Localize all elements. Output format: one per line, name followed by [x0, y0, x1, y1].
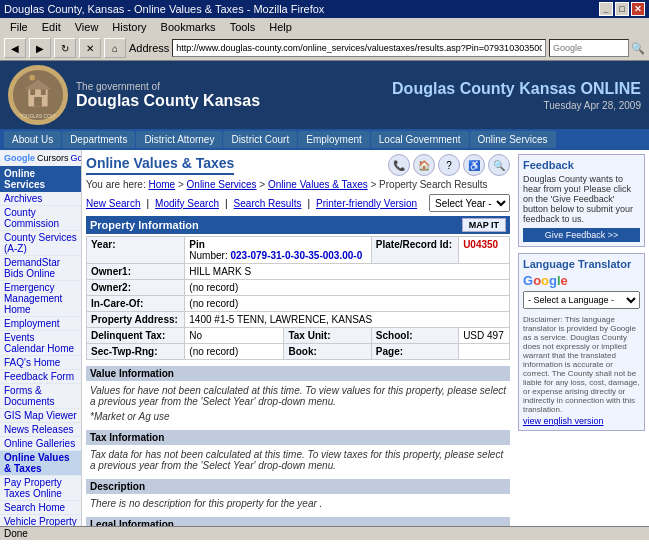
sidebar-item-online-values[interactable]: Online Values & Taxes: [0, 451, 81, 476]
view-english-link[interactable]: view english version: [523, 416, 604, 426]
language-select[interactable]: - Select a Language -: [523, 291, 640, 309]
property-info-title: Property Information: [90, 219, 199, 231]
reload-button[interactable]: ↻: [54, 38, 76, 58]
action-links: New Search | Modify Search | Search Resu…: [86, 198, 417, 209]
nav-employment[interactable]: Employment: [298, 131, 370, 148]
sidebar-item-demandstar[interactable]: DemandStar Bids Online: [0, 256, 81, 281]
address-bar: Address: [129, 39, 546, 57]
book-label: Book:: [284, 344, 371, 360]
status-text: Done: [4, 528, 28, 539]
maximize-button[interactable]: □: [615, 2, 629, 16]
page-title: Online Values & Taxes: [86, 155, 234, 175]
home-button[interactable]: ⌂: [104, 38, 126, 58]
back-button[interactable]: ◀: [4, 38, 26, 58]
sidebar: Google Cursors Go Online Services Archiv…: [0, 150, 82, 526]
nav-about-us[interactable]: About Us: [4, 131, 61, 148]
sidebar-item-archives[interactable]: Archives: [0, 192, 81, 206]
menu-history[interactable]: History: [106, 20, 152, 34]
search-icon: 🔍: [631, 42, 645, 55]
table-row: Owner2: (no record): [87, 280, 510, 296]
incare-value: (no record): [185, 296, 510, 312]
nav-local-government[interactable]: Local Government: [371, 131, 469, 148]
value-footnote: *Market or Ag use: [86, 409, 510, 424]
map-it-button[interactable]: MAP IT: [462, 218, 506, 232]
description-text: There is no description for this propert…: [86, 496, 510, 511]
nav-online-services[interactable]: Online Services: [470, 131, 556, 148]
sidebar-item-emergency[interactable]: Emergency Management Home: [0, 281, 81, 317]
home-icon[interactable]: 🏠: [413, 154, 435, 176]
sidebar-item-feedback[interactable]: Feedback Form: [0, 370, 81, 384]
printer-friendly-link[interactable]: Printer-friendly Version: [316, 198, 417, 209]
sectwprng-value: (no record): [185, 344, 284, 360]
county-name: Douglas County Kansas: [76, 92, 260, 110]
pin-cell: Pin Number: 023-079-31-0-30-35-003.00-0: [185, 237, 372, 264]
breadcrumb-online-services[interactable]: Online Services: [187, 179, 257, 190]
feedback-box: Feedback Douglas County wants to hear fr…: [518, 154, 645, 247]
incare-label: In-Care-Of:: [87, 296, 185, 312]
forward-button[interactable]: ▶: [29, 38, 51, 58]
legal-info-section: Legal Information There is no legal info…: [86, 517, 510, 526]
site-title: Douglas County Kansas ONLINE: [392, 80, 641, 98]
sidebar-item-forms[interactable]: Forms & Documents: [0, 384, 81, 409]
sidebar-item-galleries[interactable]: Online Galleries: [0, 437, 81, 451]
language-title: Language Translator: [523, 258, 640, 270]
sidebar-item-vehicle[interactable]: Vehicle Property Tax Estimator: [0, 515, 81, 526]
property-info-section: Property Information MAP IT Year: Pin Nu…: [86, 216, 510, 360]
toolbar: ◀ ▶ ↻ ✕ ⌂ Address 🔍: [0, 36, 649, 61]
search-input[interactable]: [549, 39, 629, 57]
description-section: Description There is no description for …: [86, 479, 510, 511]
breadcrumb-home[interactable]: Home: [148, 179, 175, 190]
help-icon[interactable]: ?: [438, 154, 460, 176]
main-layout: Google Cursors Go Online Services Archiv…: [0, 150, 649, 526]
menu-bookmarks[interactable]: Bookmarks: [155, 20, 222, 34]
new-search-link[interactable]: New Search: [86, 198, 140, 209]
accessibility-icon[interactable]: ♿: [463, 154, 485, 176]
site-title-area: Douglas County Kansas ONLINE Tuesday Apr…: [392, 80, 641, 111]
search-page-icon[interactable]: 🔍: [488, 154, 510, 176]
table-row: Owner1: HILL MARK S: [87, 264, 510, 280]
property-table: Year: Pin Number: 023-079-31-0-30-35-003…: [86, 236, 510, 360]
phone-icons: 📞 🏠 ? ♿ 🔍: [388, 154, 510, 176]
menu-view[interactable]: View: [69, 20, 105, 34]
feedback-button[interactable]: Give Feedback >>: [523, 228, 640, 242]
sidebar-item-news[interactable]: News Releases: [0, 423, 81, 437]
menu-file[interactable]: File: [4, 20, 34, 34]
nav-departments[interactable]: Departments: [62, 131, 135, 148]
breadcrumb-current: Property Search Results: [379, 179, 487, 190]
sidebar-item-gis[interactable]: GIS Map Viewer: [0, 409, 81, 423]
school-label: School:: [371, 328, 458, 344]
menu-help[interactable]: Help: [263, 20, 298, 34]
sidebar-item-pay-taxes[interactable]: Pay Property Taxes Online: [0, 476, 81, 501]
nav-district-attorney[interactable]: District Attorney: [136, 131, 222, 148]
pin-label: Pin: [189, 239, 205, 250]
menu-tools[interactable]: Tools: [224, 20, 262, 34]
svg-rect-4: [30, 89, 35, 95]
page-title-bar: Online Values & Taxes 📞 🏠 ? ♿ 🔍: [86, 154, 510, 176]
table-row: Year: Pin Number: 023-079-31-0-30-35-003…: [87, 237, 510, 264]
owner1-label: Owner1:: [87, 264, 185, 280]
select-year-dropdown[interactable]: Select Year -: [429, 194, 510, 212]
go-label[interactable]: Go: [71, 153, 82, 163]
search-results-link[interactable]: Search Results: [234, 198, 302, 209]
address-input[interactable]: [172, 39, 546, 57]
close-button[interactable]: ✕: [631, 2, 645, 16]
delinquent-label: Delinquent Tax:: [87, 328, 185, 344]
sidebar-item-faq[interactable]: FAQ's Home: [0, 356, 81, 370]
sidebar-item-employment[interactable]: Employment: [0, 317, 81, 331]
nav-district-court[interactable]: District Court: [223, 131, 297, 148]
svg-text:DOUGLAS COUNTY: DOUGLAS COUNTY: [19, 114, 65, 119]
table-row: Property Address: 1400 #1-5 TENN, LAWREN…: [87, 312, 510, 328]
stop-button[interactable]: ✕: [79, 38, 101, 58]
menu-edit[interactable]: Edit: [36, 20, 67, 34]
modify-search-link[interactable]: Modify Search: [155, 198, 219, 209]
minimize-button[interactable]: _: [599, 2, 613, 16]
sidebar-item-county-services[interactable]: County Services (A-Z): [0, 231, 81, 256]
number-label: Number:: [189, 250, 227, 261]
google-label: Google: [4, 153, 35, 163]
sidebar-item-search[interactable]: Search Home: [0, 501, 81, 515]
description-title: Description: [86, 479, 510, 494]
breadcrumb-online-values[interactable]: Online Values & Taxes: [268, 179, 368, 190]
sidebar-item-events[interactable]: Events Calendar Home: [0, 331, 81, 356]
phone-icon[interactable]: 📞: [388, 154, 410, 176]
sidebar-item-commission[interactable]: County Commission: [0, 206, 81, 231]
